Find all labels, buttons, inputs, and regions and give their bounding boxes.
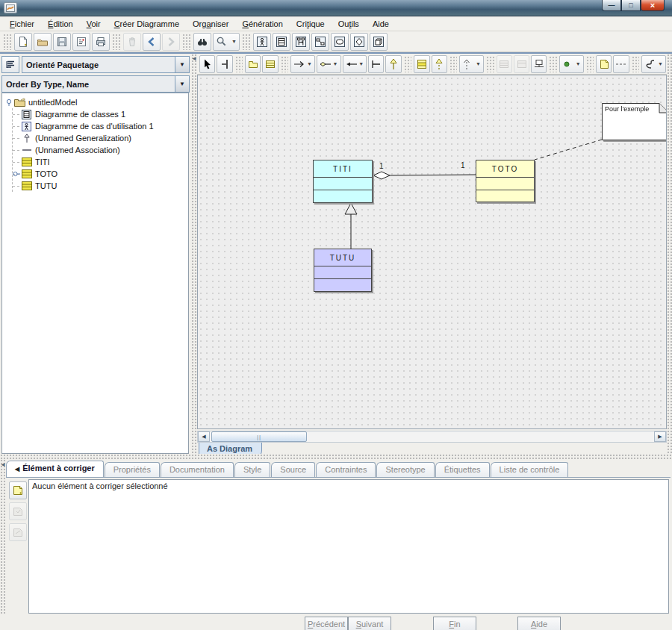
maximize-button[interactable]: □	[621, 0, 641, 11]
tree-item-association[interactable]: (Unnamed Association)	[13, 144, 188, 156]
tree-item-usecase-diagram[interactable]: Diagramme de cas d'utilisation 1	[13, 120, 188, 132]
page-setup-button[interactable]	[72, 33, 90, 51]
statechart-diagram-button[interactable]	[331, 33, 349, 51]
interface-tool-button[interactable]	[414, 55, 429, 73]
new-button[interactable]	[14, 33, 32, 51]
operations-compartment[interactable]	[314, 278, 371, 291]
save-button[interactable]	[53, 33, 71, 51]
class-tool-button[interactable]	[262, 55, 278, 73]
multiplicity-label[interactable]: 1	[461, 161, 465, 169]
combo-arrow-icon[interactable]: ▼	[175, 57, 189, 72]
perspective-config-button[interactable]	[1, 56, 19, 73]
title-bar[interactable]: — □ ×	[0, 0, 672, 16]
scroll-left-icon[interactable]: ◀	[198, 431, 210, 442]
select-tool-button[interactable]	[199, 55, 215, 73]
tree-item-tutu[interactable]: TUTU	[13, 180, 188, 192]
menu-voir[interactable]: Voir	[80, 18, 108, 30]
vertical-splitter[interactable]: ◄	[191, 54, 197, 455]
find-button[interactable]	[193, 33, 211, 51]
class-node-titi[interactable]: TITI	[313, 160, 373, 203]
attributes-compartment[interactable]	[314, 266, 371, 278]
class-diagram-button[interactable]	[273, 33, 290, 51]
new-todo-button[interactable]	[9, 481, 27, 499]
scroll-right-icon[interactable]: ▶	[654, 431, 666, 442]
activity-diagram-button[interactable]	[350, 33, 368, 51]
tree-item-model[interactable]: untitledModel	[5, 96, 188, 108]
dependency-tool-button[interactable]: ▼	[459, 55, 484, 73]
tab-contraintes[interactable]: Contraintes	[316, 462, 376, 477]
operations-compartment[interactable]	[476, 190, 534, 202]
todo-message-area[interactable]: Aucun élément à corriger sélectionné	[28, 479, 669, 614]
note-link-edge[interactable]	[535, 140, 602, 160]
details-left-splitter[interactable]: ◄	[0, 459, 6, 630]
splitter-collapse-icon[interactable]: ◄	[191, 55, 197, 62]
scrollbar-track[interactable]	[307, 431, 654, 442]
order-combo[interactable]: Order By Type, Name ▼	[1, 75, 190, 93]
generalization-triangle[interactable]	[345, 203, 357, 214]
tab-proprietes[interactable]: Propriétés	[105, 462, 160, 477]
close-button[interactable]: ×	[641, 0, 665, 11]
generalization-tool-button[interactable]	[385, 55, 401, 73]
class-node-toto[interactable]: TOTO	[476, 160, 535, 202]
tab-style[interactable]: Style	[234, 462, 270, 477]
broom-tool-button[interactable]	[217, 55, 232, 73]
help-button[interactable]: Aide	[517, 617, 561, 630]
zoom-button[interactable]: ▼	[213, 33, 240, 51]
package-tool-button[interactable]	[245, 55, 261, 73]
stereotype-tool-button[interactable]: ▼	[559, 55, 584, 73]
minimize-button[interactable]: —	[602, 0, 621, 11]
association-end-tool-button[interactable]	[368, 55, 384, 73]
tree-expand-handle-icon[interactable]	[5, 99, 14, 106]
composition-tool-button[interactable]: ▼	[343, 55, 367, 73]
menu-creer-diagramme[interactable]: Créer Diagramme	[108, 18, 186, 30]
tree-item-toto[interactable]: TOTO	[13, 168, 188, 180]
usecase-diagram-button[interactable]	[253, 33, 271, 51]
next-button[interactable]: Suivant	[348, 617, 391, 630]
tree-item-generalization[interactable]: (Unnamed Generalization)	[13, 132, 188, 144]
note-node[interactable]: Pour l'exemple	[602, 103, 667, 140]
tab-etiquettes[interactable]: Étiquettes	[435, 462, 490, 477]
association-tool-button[interactable]: ▼	[290, 55, 315, 73]
attributes-compartment[interactable]	[476, 177, 534, 190]
menu-generation[interactable]: Génération	[235, 18, 289, 30]
finish-button[interactable]: Fin	[433, 617, 476, 630]
aggregation-diamond[interactable]	[373, 172, 390, 179]
menu-fichier[interactable]: Fichier	[3, 18, 41, 30]
horizontal-scrollbar[interactable]: ◀ || ▶	[197, 431, 667, 443]
tab-stereotype[interactable]: Stereotype	[376, 462, 434, 477]
combo-arrow-icon[interactable]: ▼	[175, 76, 189, 92]
note-tool-button[interactable]	[596, 55, 612, 73]
tab-source[interactable]: Source	[271, 462, 315, 477]
open-button[interactable]	[34, 33, 52, 51]
menu-outils[interactable]: Outils	[332, 18, 366, 30]
horizontal-splitter[interactable]	[0, 454, 672, 459]
aggregation-tool-button[interactable]: ▼	[317, 55, 341, 73]
tree-collapse-handle-icon[interactable]	[12, 170, 21, 178]
realization-tool-button[interactable]	[432, 55, 447, 73]
tree-item-titi[interactable]: TITI	[13, 156, 188, 168]
menu-edition[interactable]: Édition	[41, 18, 80, 30]
tab-liste-de-controle[interactable]: Liste de contrôle	[491, 462, 569, 477]
navigate-back-button[interactable]	[143, 33, 161, 51]
diagram-canvas[interactable]: 1 1 TITI TOTO TUTU	[197, 75, 667, 429]
collaboration-diagram-button[interactable]	[311, 33, 329, 51]
menu-critique[interactable]: Critique	[290, 18, 332, 30]
tab-element-a-corriger[interactable]: ◀Élément à corriger	[6, 461, 104, 477]
attributes-compartment[interactable]	[314, 177, 372, 190]
association-edge[interactable]	[390, 175, 476, 175]
sequence-diagram-button[interactable]	[292, 33, 310, 51]
association-class-tool-button[interactable]	[531, 55, 547, 73]
comment-link-tool-button[interactable]	[613, 55, 629, 73]
tree-item-class-diagram[interactable]: Diagramme de classes 1	[13, 108, 188, 120]
print-button[interactable]	[92, 33, 110, 51]
multiplicity-label[interactable]: 1	[379, 162, 384, 170]
scrollbar-thumb[interactable]: ||	[211, 431, 307, 442]
class-node-tutu[interactable]: TUTU	[314, 249, 372, 292]
spline-tool-button[interactable]: ▼	[641, 55, 666, 73]
deployment-diagram-button[interactable]	[370, 33, 388, 51]
right-splitter[interactable]	[667, 54, 672, 455]
perspective-combo[interactable]: Orienté Paquetage ▼	[22, 56, 190, 73]
splitter-collapse-icon[interactable]: ◄	[0, 461, 6, 468]
explorer-tree[interactable]: untitledModel Diagramme de classes 1 Dia…	[1, 93, 189, 454]
menu-aide[interactable]: Aide	[366, 18, 396, 30]
